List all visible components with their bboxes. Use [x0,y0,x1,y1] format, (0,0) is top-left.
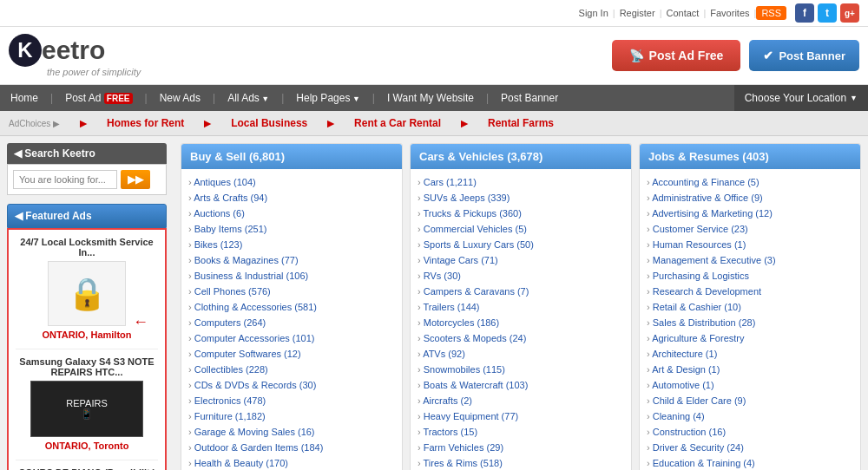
category-link[interactable]: Management & Executive (3) [647,255,776,265]
category-link[interactable]: Computers (264) [188,317,266,328]
nav-post-banner[interactable]: Post Banner [490,85,569,111]
category-link[interactable]: Health & Beauty (170) [188,458,288,468]
nav-home[interactable]: Home [0,85,49,111]
twitter-icon[interactable]: t [818,3,837,23]
category-link[interactable]: Electronics (478) [188,395,266,406]
featured-ads-title: ◀ Featured Ads [7,204,167,228]
list-item: Furniture (1,182) [185,408,398,424]
category-link[interactable]: Baby Items (251) [188,224,267,234]
category-link[interactable]: Campers & Caravans (7) [418,286,529,297]
register-link[interactable]: Register [620,8,655,18]
nav-new-ads[interactable]: New Ads [149,85,211,111]
category-link[interactable]: Outdoor & Garden Items (184) [188,442,323,453]
contact-link[interactable]: Contact [666,8,699,18]
adbar-homes-rent[interactable]: Homes for Rent [107,117,184,129]
category-link[interactable]: Research & Development [647,286,761,297]
category-link[interactable]: Cars (1,211) [418,177,477,187]
list-item: Automotive (1) [643,377,857,393]
category-link[interactable]: Child & Elder Care (9) [647,395,746,406]
category-link[interactable]: CDs & DVDs & Records (30) [188,380,316,390]
category-link[interactable]: Human Resources (1) [647,239,746,250]
category-link[interactable]: Motorcycles (186) [418,317,499,328]
category-link[interactable]: Auctions (6) [188,208,245,219]
category-link[interactable]: Trucks & Pickups (360) [418,208,522,219]
rss-badge: RSS [756,6,786,20]
adbar-local-business[interactable]: Local Business [231,117,307,129]
adbar-rent-car[interactable]: Rent a Car Rental [354,117,441,129]
adchoices-label: AdChoices ▶ [9,119,60,128]
list-item: Samsung Galaxy S4 S3 NOTE REPAIRS HTC...… [16,349,158,451]
category-link[interactable]: Garage & Moving Sales (16) [188,427,315,437]
category-link[interactable]: Customer Service (23) [647,224,748,234]
category-link[interactable]: Collectibles (228) [188,364,268,375]
list-item: Tractors (15) [414,424,628,440]
category-link[interactable]: Snowmobiles (115) [418,364,505,375]
category-link[interactable]: Cleaning (4) [647,411,705,421]
post-ad-button[interactable]: Post Ad Free [612,40,741,71]
category-link[interactable]: Scooters & Mopeds (24) [418,333,526,343]
list-item: Clothing & Accessories (581) [185,299,398,315]
category-link[interactable]: Cell Phones (576) [188,286,271,297]
search-input[interactable] [13,170,117,189]
category-link[interactable]: Arts & Crafts (94) [188,193,267,203]
category-link[interactable]: Books & Magazines (77) [188,255,299,265]
category-link[interactable]: Sales & Distribution (28) [647,317,755,328]
list-item: Administrative & Office (9) [643,190,857,206]
featured-ads-box: 24/7 Local Locksmith Service In... 🔒 ONT… [7,228,167,470]
list-item: Child & Elder Care (9) [643,393,857,408]
category-link[interactable]: Computer Softwares (12) [188,349,301,359]
category-link[interactable]: Driver & Security (24) [647,442,744,453]
list-item: Cell Phones (576) [185,284,398,299]
category-link[interactable]: Bikes (123) [188,239,242,250]
category-link[interactable]: Aircrafts (2) [418,395,472,406]
category-link[interactable]: Sports & Luxury Cars (50) [418,239,534,250]
logo-area: K eetro the power of simplicity [9,34,141,77]
category-link[interactable]: Commercial Vehicles (5) [418,224,527,234]
nav-post-ad[interactable]: Post Ad FREE [55,85,142,111]
list-item: Farm Vehicles (29) [414,440,628,455]
category-link[interactable]: Education & Training (4) [647,458,755,468]
category-link[interactable]: Business & Industrial (106) [188,271,308,281]
category-link[interactable]: Heavy Equipment (77) [418,411,518,421]
category-link[interactable]: Vintage Cars (71) [418,255,498,265]
search-button[interactable]: ▶▶ [121,170,150,189]
list-item: Baby Items (251) [185,221,398,237]
googleplus-icon[interactable]: g+ [840,3,859,23]
favorites-link[interactable]: Favorites [710,8,749,18]
category-link[interactable]: RVs (30) [418,271,461,281]
category-link[interactable]: Computer Accessories (101) [188,333,315,343]
category-link[interactable]: Farm Vehicles (29) [418,442,503,453]
category-link[interactable]: Furniture (1,182) [188,411,266,421]
logo-tagline: the power of simplicity [47,67,141,77]
category-link[interactable]: Accounting & Finance (5) [647,177,760,187]
nav-all-ads[interactable]: All Ads [217,85,279,111]
category-link[interactable]: Advertising & Marketing (12) [647,208,773,219]
category-link[interactable]: Art & Design (1) [647,364,720,375]
category-link[interactable]: Clothing & Accessories (581) [188,302,317,312]
category-link[interactable]: SUVs & Jeeps (339) [418,193,510,203]
adbar-rental-farms[interactable]: Rental Farms [488,117,554,129]
list-item: Electronics (478) [185,393,398,408]
category-link[interactable]: Administrative & Office (9) [647,193,763,203]
post-banner-button[interactable]: Post Banner [749,40,859,71]
signin-link[interactable]: Sign In [579,8,608,18]
category-link[interactable]: Antiques (104) [188,177,256,187]
category-link[interactable]: Tractors (15) [418,427,477,437]
category-link[interactable]: Automotive (1) [647,380,714,390]
list-item: Advertising & Marketing (12) [643,206,857,221]
category-link[interactable]: Tires & Rims (518) [418,458,503,468]
facebook-icon[interactable]: f [795,3,814,23]
category-link[interactable]: Agriculture & Forestry [647,333,745,343]
nav-location[interactable]: Choose Your Location [734,85,868,111]
category-link[interactable]: Architecture (1) [647,349,717,359]
category-link[interactable]: Boats & Watercraft (103) [418,380,528,390]
nav-i-want-website[interactable]: I Want My Website [377,85,484,111]
list-item: Cleaning (4) [643,408,857,424]
category-link[interactable]: ATVs (92) [418,349,465,359]
nav-help-pages[interactable]: Help Pages [286,85,370,111]
category-link[interactable]: Purchasing & Logistics [647,271,749,281]
category-link[interactable]: Construction (16) [647,427,726,437]
list-item: RVs (30) [414,268,628,284]
category-link[interactable]: Trailers (144) [418,302,480,312]
category-link[interactable]: Retail & Cashier (10) [647,302,741,312]
